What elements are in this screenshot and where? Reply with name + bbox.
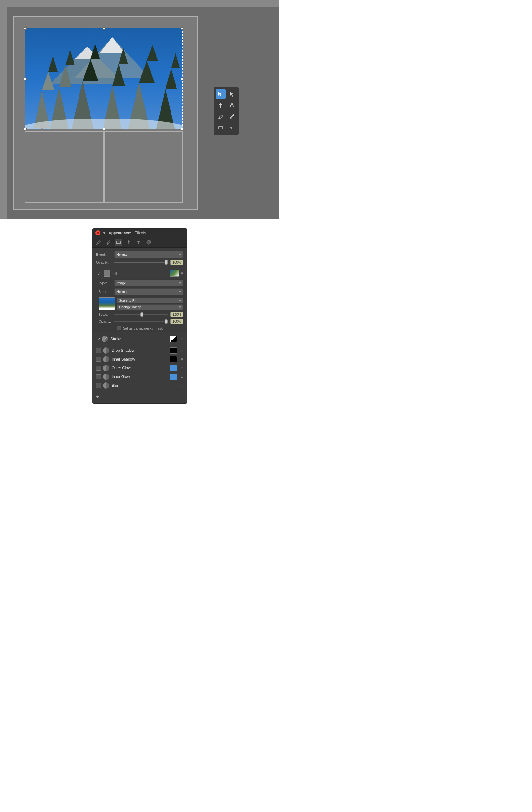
fill-image-thumb[interactable] — [170, 270, 179, 277]
fill-label: Fill — [112, 271, 170, 275]
text-tool-button[interactable]: T — [227, 123, 237, 133]
stroke-menu-icon[interactable]: ≡ — [181, 336, 183, 342]
appearance-panel: × ▼ Appearance: Effects T Blend: — [92, 228, 187, 404]
fill-type-select[interactable]: Image — [114, 279, 183, 286]
stroke-swatch[interactable] — [170, 336, 177, 342]
outer-glow-row: Outer Glow ≡ — [92, 364, 187, 372]
divider-4 — [92, 391, 187, 391]
bottom-cell-right[interactable] — [104, 131, 183, 203]
stroke-label: Stroke — [111, 337, 170, 341]
panel-header: × ▼ Appearance: Effects — [92, 229, 187, 237]
pointer-tool-button[interactable] — [227, 89, 237, 99]
anchor-tool-button[interactable] — [227, 100, 237, 111]
scale-thumb[interactable] — [140, 313, 143, 317]
transparency-row: Set as transparency mask — [92, 325, 187, 332]
blur-row: Blur ≡ — [92, 381, 187, 390]
drop-shadow-row: Drop Shadow ≡ — [92, 346, 187, 355]
opacity-slider[interactable] — [114, 262, 168, 263]
ruler-top — [0, 0, 279, 7]
blend-row: Blend: Normal — [92, 250, 187, 259]
scale-row: Scale: 120% — [92, 311, 187, 318]
svg-rect-43 — [117, 241, 121, 244]
inner-glow-check[interactable] — [96, 374, 101, 379]
shape-tool-button[interactable] — [215, 123, 226, 133]
stroke-check-icon[interactable]: ✓ — [96, 336, 102, 342]
divider-3 — [92, 345, 187, 345]
pencil-tool-button[interactable] — [215, 112, 226, 121]
tab-pencil-icon[interactable] — [95, 238, 102, 246]
inner-glow-menu-icon[interactable]: ≡ — [181, 374, 183, 379]
inner-shadow-icon — [103, 356, 109, 362]
bottom-cells — [25, 131, 183, 203]
blur-check[interactable] — [96, 383, 101, 388]
inner-glow-swatch[interactable] — [170, 374, 177, 380]
brush-tool-button[interactable] — [227, 112, 237, 121]
panel-title-tab: Effects — [135, 231, 146, 235]
scale-to-fit-select[interactable]: Scale to Fit — [117, 298, 183, 303]
svg-text:T: T — [230, 126, 233, 130]
fill-opacity-thumb[interactable] — [165, 319, 168, 324]
transparency-label: Set as transparency mask — [123, 327, 163, 330]
fill-menu-icon[interactable]: ≡ — [181, 271, 183, 276]
drop-shadow-check[interactable] — [96, 348, 101, 353]
blur-menu-icon[interactable]: ≡ — [181, 383, 183, 388]
fill-blend-select[interactable]: Normal — [114, 288, 183, 295]
opacity-row: Opacity: 100% — [92, 259, 187, 266]
change-image-select[interactable]: Change Image... — [117, 304, 183, 310]
stroke-row: ✓ Stroke ≡ — [92, 335, 187, 343]
inner-shadow-label: Inner Shadow — [112, 357, 170, 361]
select-tool-button[interactable] — [215, 89, 226, 99]
svg-rect-39 — [219, 127, 223, 129]
tab-brush-icon[interactable] — [105, 238, 112, 246]
divider-2 — [92, 333, 187, 333]
svg-marker-32 — [219, 92, 222, 96]
svg-line-41 — [97, 243, 98, 244]
fill-check-icon[interactable]: ✓ — [96, 271, 102, 276]
blend-select[interactable]: Normal — [114, 251, 183, 258]
panel-tabs: T — [92, 237, 187, 248]
outer-glow-menu-icon[interactable]: ≡ — [181, 365, 183, 371]
drop-shadow-swatch[interactable] — [170, 347, 177, 353]
tool-palette: T — [214, 87, 239, 135]
fill-opacity-slider[interactable] — [114, 321, 168, 322]
svg-line-37 — [219, 117, 220, 118]
divider-1 — [92, 267, 187, 267]
inner-glow-row: Inner Glow ≡ — [92, 372, 187, 381]
tab-pen-icon[interactable] — [125, 238, 132, 246]
drop-shadow-menu-icon[interactable]: ≡ — [181, 348, 183, 353]
fill-color-swatch[interactable] — [103, 270, 111, 277]
scale-label: Scale: — [99, 313, 114, 316]
tab-circle-icon[interactable] — [145, 238, 152, 246]
image-controls: Scale to Fit Change Image... — [117, 298, 183, 310]
blur-label: Blur — [112, 383, 179, 388]
panel-body: Blend: Normal Opacity: 100% ✓ Fill ≡ — [92, 248, 187, 403]
inner-glow-label: Inner Glow — [112, 375, 170, 379]
fill-opacity-label: Opacity: — [99, 320, 114, 323]
inner-shadow-menu-icon[interactable]: ≡ — [181, 357, 183, 362]
pen-tool-button[interactable] — [215, 100, 226, 111]
bottom-cell-left[interactable] — [25, 131, 104, 203]
outer-glow-label: Outer Glow — [112, 366, 170, 370]
outer-glow-check[interactable] — [96, 365, 101, 371]
panel-collapse-button[interactable]: ▼ — [102, 231, 107, 235]
tab-rect-icon[interactable] — [115, 238, 122, 246]
opacity-value[interactable]: 100% — [170, 260, 183, 265]
fill-opacity-value[interactable]: 100% — [170, 319, 183, 324]
scale-value[interactable]: 120% — [170, 312, 183, 317]
fill-type-row: Type: Image — [92, 279, 187, 287]
image-cell[interactable] — [25, 28, 183, 129]
transparency-checkbox[interactable] — [117, 326, 121, 331]
outer-glow-swatch[interactable] — [170, 365, 177, 371]
scale-slider[interactable] — [114, 314, 168, 315]
panel-close-button[interactable]: × — [96, 230, 100, 235]
inner-shadow-check[interactable] — [96, 357, 101, 362]
drop-shadow-icon — [103, 347, 109, 353]
add-effect-button[interactable]: + — [92, 393, 187, 401]
svg-marker-33 — [230, 92, 234, 97]
inner-shadow-swatch[interactable] — [170, 356, 177, 362]
opacity-thumb[interactable] — [165, 260, 168, 264]
tab-text-icon[interactable]: T — [135, 238, 142, 246]
fill-subsection: Type: Image Blend: Normal Scale to Fit — [92, 279, 187, 332]
fill-opacity-row: Opacity: 100% — [92, 318, 187, 325]
canvas-workspace: T — [0, 0, 279, 219]
